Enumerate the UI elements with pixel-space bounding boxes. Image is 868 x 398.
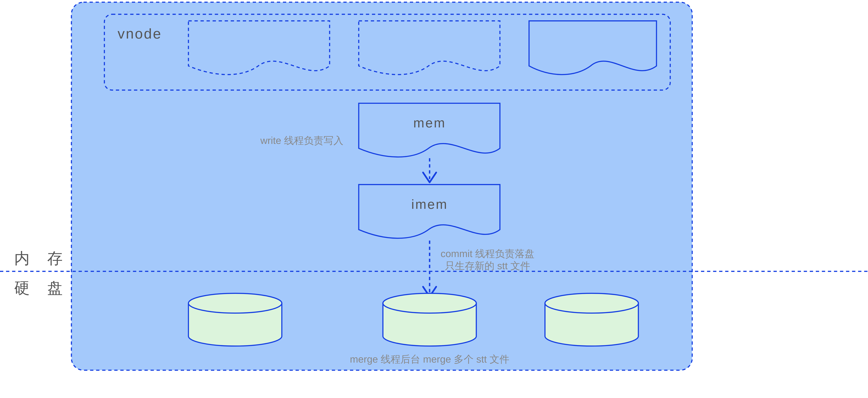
disk-label: 硬 盘 (14, 279, 69, 297)
mem-label: mem (413, 116, 446, 130)
imem-label: imem (411, 197, 448, 212)
commit-label-2: 只生存新的 stt 文件 (445, 260, 530, 271)
architecture-diagram: vnode mem write 线程负责写入 imem commit 线程负责落… (0, 0, 868, 374)
merge-label: merge 线程后台 merge 多个 stt 文件 (350, 354, 509, 365)
svg-point-0 (188, 293, 282, 313)
memory-label: 内 存 (14, 250, 69, 267)
write-label: write 线程负责写入 (260, 135, 343, 146)
vnode-label: vnode (118, 26, 162, 41)
svg-point-2 (545, 293, 638, 313)
disk-cylinder-1 (188, 293, 282, 346)
commit-label-1: commit 线程负责落盘 (441, 248, 534, 259)
svg-point-1 (383, 293, 476, 313)
disk-cylinder-3 (545, 293, 638, 346)
disk-cylinder-2 (383, 293, 476, 346)
